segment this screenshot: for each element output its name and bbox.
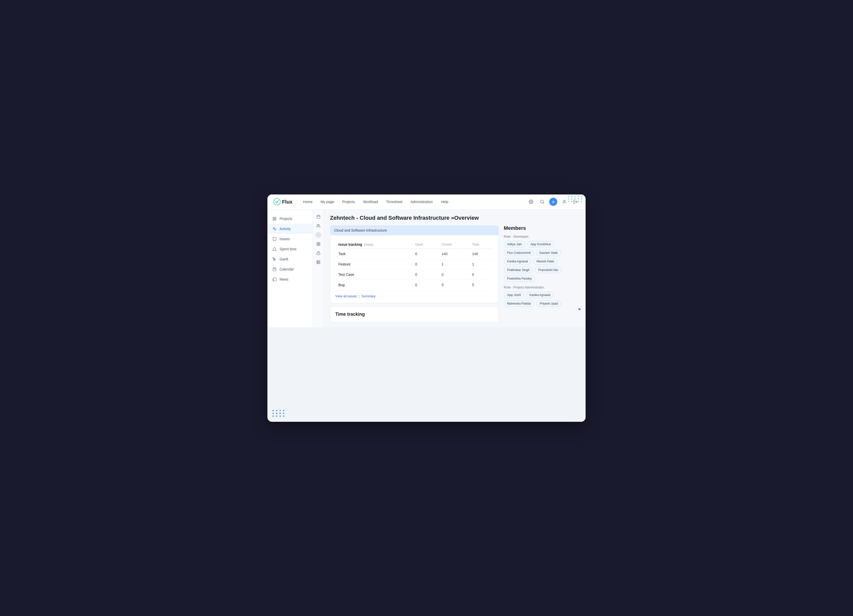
member-prabhakar-singh[interactable]: Prabhakar Singh bbox=[504, 267, 533, 273]
main-layout: Projects Activity Issues bbox=[267, 209, 586, 327]
sidebar-projects-label: Projects bbox=[279, 217, 292, 221]
sidebar-item-spent-time[interactable]: Spent time bbox=[267, 244, 313, 254]
table-row: Bug 0 5 5 bbox=[335, 279, 493, 290]
col-closed: Closed bbox=[439, 240, 469, 249]
members-title: Members bbox=[504, 225, 580, 231]
col-total: Total bbox=[469, 240, 493, 249]
time-tracking-title: Time tracking bbox=[335, 312, 493, 317]
details-link[interactable]: Details bbox=[364, 243, 373, 246]
member-manish-patel[interactable]: Manish Patel bbox=[533, 258, 557, 265]
row-task-closed: 140 bbox=[439, 249, 469, 259]
sub-icon-people[interactable] bbox=[314, 222, 322, 230]
sidebar-item-calendar[interactable]: Calendar bbox=[267, 264, 313, 274]
nav-administration[interactable]: Administration bbox=[407, 198, 437, 205]
row-feature-label: Feature bbox=[335, 259, 412, 269]
sub-icon-table[interactable] bbox=[314, 258, 322, 266]
svg-rect-25 bbox=[317, 244, 318, 246]
nav-mypage[interactable]: My page bbox=[317, 198, 338, 205]
nav-projects[interactable]: Projects bbox=[338, 198, 358, 205]
row-testcase-open: 0 bbox=[412, 269, 439, 279]
sidebar-news-label: News bbox=[279, 277, 288, 281]
table-row: Feature 0 1 1 bbox=[335, 259, 493, 269]
nav-timesheet[interactable]: Timesheet bbox=[382, 198, 406, 205]
search-icon[interactable] bbox=[538, 198, 546, 206]
members-panel: Members Role - Developer: Aditya Jain Aj… bbox=[504, 225, 580, 308]
developer-member-tags: Aditya Jain Ajay Kumbhkar Flux Codecommi… bbox=[504, 241, 580, 282]
member-kanika-agrawal-admin[interactable]: Kanika Agrawal bbox=[526, 292, 554, 298]
member-pratishtha-pandey[interactable]: Pratishtha Pandey bbox=[504, 275, 535, 282]
main-content: Zehntech - Cloud and Software Infrastruc… bbox=[324, 209, 586, 327]
sidebar-calendar-label: Calendar bbox=[279, 267, 294, 271]
user-avatar[interactable]: A bbox=[549, 198, 557, 206]
calendar-icon bbox=[272, 267, 277, 272]
member-mahendra-patidar[interactable]: Mahendra Patidar bbox=[504, 300, 534, 307]
collapse-button[interactable]: ‹ bbox=[316, 232, 322, 238]
svg-rect-6 bbox=[275, 217, 276, 218]
settings-icon[interactable] bbox=[527, 198, 535, 206]
sidebar-item-projects[interactable]: Projects bbox=[267, 214, 313, 224]
nav-help[interactable]: Help bbox=[437, 198, 452, 205]
svg-rect-11 bbox=[274, 259, 275, 259]
svg-rect-24 bbox=[319, 244, 320, 246]
sidebar-item-news[interactable]: News bbox=[267, 274, 313, 284]
row-feature-closed: 1 bbox=[439, 259, 469, 269]
member-flux-codecommit[interactable]: Flux Codecommit bbox=[504, 250, 534, 256]
svg-rect-13 bbox=[273, 268, 276, 271]
row-testcase-closed: 0 bbox=[439, 269, 469, 279]
svg-point-21 bbox=[317, 224, 319, 226]
sidebar: Projects Activity Issues bbox=[267, 209, 313, 327]
sub-icon-calendar[interactable] bbox=[314, 212, 322, 221]
col-open: Open bbox=[412, 240, 439, 249]
row-bug-closed: 5 bbox=[439, 279, 469, 290]
issues-icon bbox=[272, 237, 277, 241]
svg-rect-12 bbox=[273, 259, 275, 260]
row-feature-total: 1 bbox=[469, 259, 493, 269]
view-links: View all issues | Summary bbox=[335, 294, 493, 298]
row-bug-open: 0 bbox=[412, 279, 439, 290]
issue-tracking-title: Issue tracking bbox=[338, 243, 362, 246]
member-pramokshi-nar[interactable]: Pramokshi Nar bbox=[535, 267, 562, 273]
activity-icon bbox=[272, 226, 277, 231]
user-icon[interactable] bbox=[560, 198, 568, 206]
svg-rect-23 bbox=[319, 243, 320, 244]
svg-rect-10 bbox=[273, 258, 274, 258]
main-card: Cloud and Software Infrastructure Issue … bbox=[330, 225, 499, 322]
row-bug-total: 5 bbox=[469, 279, 493, 290]
member-priyank-upad[interactable]: Priyank Upad bbox=[536, 300, 561, 307]
row-feature-open: 0 bbox=[412, 259, 439, 269]
sub-icon-lock[interactable] bbox=[314, 249, 322, 257]
sidebar-spent-time-label: Spent time bbox=[279, 247, 296, 251]
news-icon bbox=[272, 277, 277, 282]
sidebar-item-issues[interactable]: Issues bbox=[267, 234, 313, 244]
row-task-label: Task bbox=[335, 249, 412, 259]
nav-home[interactable]: Home bbox=[299, 198, 316, 205]
sidebar-item-activity[interactable]: Activity bbox=[267, 224, 313, 234]
nav-workload[interactable]: Workload bbox=[360, 198, 381, 205]
top-nav: Flux Home My page Projects Workload Time… bbox=[267, 194, 586, 209]
member-kanika-agrawal[interactable]: Kanika Agrawal bbox=[504, 258, 531, 265]
logo[interactable]: Flux bbox=[273, 198, 292, 205]
gantt-icon bbox=[272, 256, 277, 262]
row-testcase-total: 0 bbox=[469, 269, 493, 279]
summary-link[interactable]: Summary bbox=[361, 294, 376, 298]
admin-member-tags: Ajay Joshi Kanika Agrawal Mahendra Patid… bbox=[504, 292, 580, 307]
svg-point-0 bbox=[274, 199, 280, 205]
overview-section: Cloud and Software Infrastructure Issue … bbox=[330, 225, 580, 322]
svg-rect-17 bbox=[317, 215, 320, 218]
svg-rect-8 bbox=[273, 219, 274, 220]
nav-links: Home My page Projects Workload Timesheet… bbox=[299, 198, 527, 205]
row-testcase-label: Test Case bbox=[335, 269, 412, 279]
svg-rect-5 bbox=[273, 217, 274, 218]
sub-icon-grid[interactable] bbox=[314, 240, 322, 248]
page-title: Zehntech - Cloud and Software Infrastruc… bbox=[330, 215, 580, 221]
table-row: Test Case 0 0 0 bbox=[335, 269, 493, 279]
spent-time-icon bbox=[272, 246, 277, 252]
member-ajay-kumbhkar[interactable]: Ajay Kumbhkar bbox=[527, 241, 554, 247]
member-ajay-joshi[interactable]: Ajay Joshi bbox=[504, 292, 524, 298]
logo-text: Flux bbox=[282, 199, 292, 205]
member-gautam-vade[interactable]: Gautam Vade bbox=[536, 250, 561, 256]
view-all-issues-link[interactable]: View all issues bbox=[335, 294, 357, 298]
sidebar-item-gantt[interactable]: Gantt bbox=[267, 254, 313, 264]
member-aditya-jain[interactable]: Aditya Jain bbox=[504, 241, 525, 247]
row-task-open: 6 bbox=[412, 249, 439, 259]
